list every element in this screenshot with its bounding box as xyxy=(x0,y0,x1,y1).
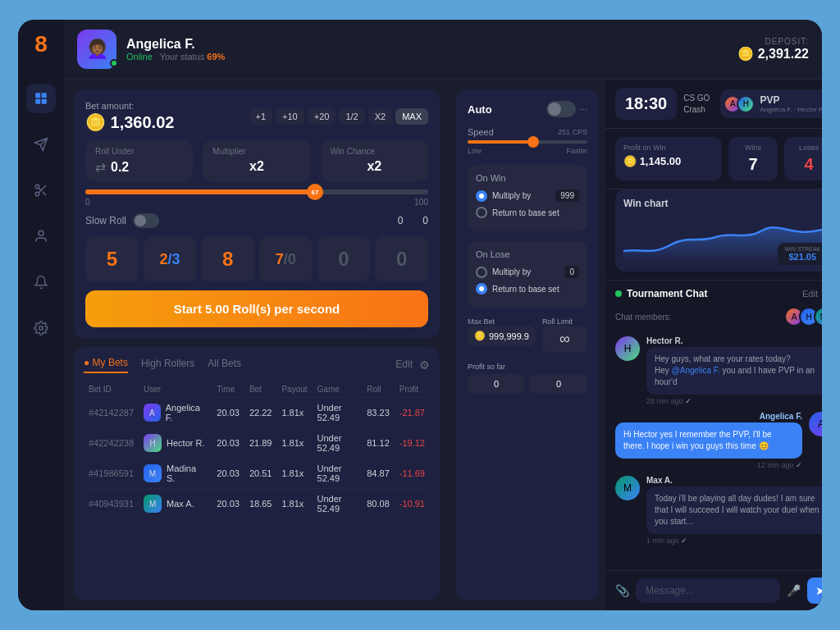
bet-btn-half[interactable]: 1/2 xyxy=(339,108,364,125)
cell-payout: 1.81x xyxy=(276,398,312,428)
on-lose-multiply-value[interactable]: 0 xyxy=(564,266,579,278)
cell-game: Under 52.49 xyxy=(313,398,363,428)
user-info: Angelica F. Online Your status 69% xyxy=(126,37,728,62)
msg-time-1: 26 min ago ✓ xyxy=(646,397,822,405)
svg-rect-2 xyxy=(35,99,40,104)
svg-point-10 xyxy=(39,326,43,331)
win-chance-value[interactable]: x2 xyxy=(331,159,418,174)
logo: 8 xyxy=(34,33,48,56)
start-button[interactable]: Start 5.00 Roll(s) per second xyxy=(85,290,428,327)
slow-roll-label: Slow Roll xyxy=(85,215,126,226)
cell-bet: 20.51 xyxy=(244,459,277,489)
cell-profit: -11.69 xyxy=(395,459,430,489)
speed-row: Speed 251 CPS xyxy=(468,127,587,137)
roll-limit-box: Roll Limit ∞ xyxy=(542,317,587,353)
slow-roll-toggle[interactable] xyxy=(133,213,159,228)
bet-amount-value: 🪙 1,360.02 xyxy=(85,112,174,132)
speed-thumb xyxy=(527,136,539,148)
slow-val1: 0 xyxy=(398,215,404,226)
pvp-avatar-2: H xyxy=(737,95,755,113)
roll-limit-num[interactable]: ∞ xyxy=(559,331,570,348)
online-text: Online xyxy=(126,52,153,62)
chat-edit-button[interactable]: Edit xyxy=(802,289,818,299)
profit-so-far-label: Profit so far xyxy=(468,363,587,371)
cell-profit: -21.87 xyxy=(395,398,430,428)
deposit-info: DEPOSIT: 🪙 2,391.22 xyxy=(737,37,809,62)
slider-thumb[interactable]: 67 xyxy=(307,184,323,200)
on-lose-base-radio[interactable] xyxy=(476,283,487,294)
chat-input[interactable] xyxy=(636,578,780,603)
tab-all-bets[interactable]: All Bets xyxy=(208,358,241,372)
bet-amount: 1,360.02 xyxy=(111,113,175,131)
speed-section: Speed 251 CPS Low Faster xyxy=(468,127,587,155)
speed-label: Speed xyxy=(468,127,494,137)
roll-under-value[interactable]: 0.2 xyxy=(111,160,129,175)
tab-my-bets[interactable]: ● My Bets xyxy=(84,357,128,373)
cell-roll: 84.87 xyxy=(362,459,395,489)
auto-menu-icon[interactable]: ··· xyxy=(579,103,587,115)
msg-content-2: Angelica F. Hi Hector yes I remember the… xyxy=(615,412,802,469)
on-lose-base-label: Return to base set xyxy=(492,285,559,294)
attachment-icon[interactable]: 📎 xyxy=(615,584,629,597)
table-row: #42142287 A Angelica F. 20.03 22.22 1.81… xyxy=(84,398,430,428)
sidebar-item-user[interactable] xyxy=(26,221,56,251)
sidebar-item-settings[interactable] xyxy=(26,313,56,343)
pvp-badge[interactable]: 12 A H PVP Angelica F. · Hector R. xyxy=(720,89,822,118)
stats-row: Profit on Win 🪙 1,145.00 Wins 7 Loses 4 xyxy=(605,129,822,189)
speed-low: Low xyxy=(468,147,482,155)
sidebar-item-bell[interactable] xyxy=(26,267,56,297)
right-top: 18:30 CS GO Crash 12 A H PVP xyxy=(605,80,822,129)
bet-slider[interactable]: 67 0 100 xyxy=(85,189,428,207)
on-win-section: On Win Multiply by 999 Return to base se… xyxy=(468,165,587,231)
sidebar-item-scissors[interactable] xyxy=(26,176,56,205)
bet-btn-plus10[interactable]: +10 xyxy=(276,108,304,125)
msg-bubble-3: Today i'll be playing all day dudes! I a… xyxy=(646,486,822,534)
multiplier-value[interactable]: x2 xyxy=(212,159,300,174)
username: Angelica F. xyxy=(126,37,728,52)
cell-game: Under 52.49 xyxy=(313,489,363,519)
cell-user: M Max A. xyxy=(139,489,212,519)
svg-point-4 xyxy=(35,185,39,189)
cell-time: 20.03 xyxy=(212,398,244,428)
col-profit: Profit xyxy=(395,381,430,398)
multiplier-label: Multiplier xyxy=(212,147,300,156)
win-streak-badge: WIN STREAK $21.05 xyxy=(778,243,822,265)
on-win-base-row: Return to base set xyxy=(476,207,579,218)
bet-controls: Bet amount: 🪙 1,360.02 +1 +10 +20 1/2 X2 xyxy=(74,89,440,339)
bet-btn-plus1[interactable]: +1 xyxy=(249,108,273,125)
cell-bet: 22.22 xyxy=(244,398,277,428)
cell-bet-id: #40943931 xyxy=(84,489,139,519)
bet-btn-x2[interactable]: X2 xyxy=(368,108,392,125)
on-win-base-radio[interactable] xyxy=(476,207,487,218)
edit-button[interactable]: Edit xyxy=(395,358,413,372)
on-lose-multiply-radio[interactable] xyxy=(476,267,487,278)
speed-slider[interactable] xyxy=(468,140,587,144)
chat-header: Tournament Chat Edit ⚙ xyxy=(605,281,822,307)
on-win-multiply-value[interactable]: 999 xyxy=(555,189,579,202)
max-bet-roll-limit-row: Max Bet 🪙 999,999.9 Roll Limit xyxy=(468,317,587,353)
bet-btn-plus20[interactable]: +20 xyxy=(308,108,336,125)
col-time: Time xyxy=(212,381,244,398)
pvp-names: Angelica F. · Hector R. xyxy=(760,106,822,113)
auto-toggle[interactable] xyxy=(546,101,576,117)
svg-line-8 xyxy=(39,188,41,190)
slow-val2: 0 xyxy=(422,215,428,226)
tab-high-rollers[interactable]: High Rollers xyxy=(141,358,194,372)
game-info: CS GO Crash xyxy=(683,93,710,116)
header: 👩🏾‍🦱 Angelica F. Online Your status 69% … xyxy=(64,20,822,80)
max-bet-num[interactable]: 999,999.9 xyxy=(489,331,529,341)
on-win-multiply-radio[interactable] xyxy=(476,190,487,202)
chat-online-dot xyxy=(615,290,622,297)
roll-limit-inner: ∞ xyxy=(542,326,587,353)
mic-icon[interactable]: 🎤 xyxy=(787,584,801,597)
sidebar-item-message[interactable] xyxy=(26,130,56,159)
bet-btn-max[interactable]: MAX xyxy=(395,108,428,125)
settings-icon[interactable]: ⚙ xyxy=(419,358,430,372)
profit-so-far: Profit so far 0 0 xyxy=(468,363,587,394)
cell-game: Under 52.49 xyxy=(313,428,363,459)
send-button[interactable]: ➤ xyxy=(807,578,822,604)
on-win-label: On Win xyxy=(476,173,579,183)
sidebar-item-grid[interactable] xyxy=(26,84,56,113)
on-win-multiply-label: Multiply by xyxy=(492,191,531,200)
win-chance-field: Win Chance x2 xyxy=(321,140,428,181)
